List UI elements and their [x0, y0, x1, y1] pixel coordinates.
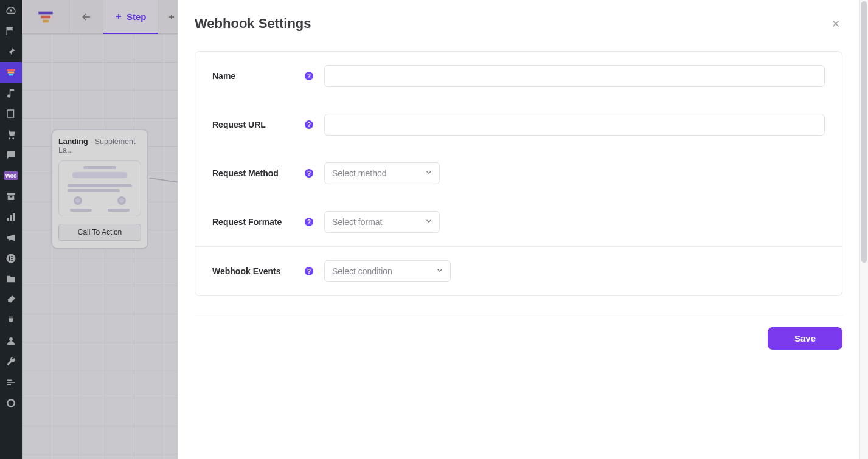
chevron-down-icon	[425, 168, 433, 179]
rail-q[interactable]	[0, 393, 22, 413]
close-icon	[830, 18, 841, 29]
help-icon[interactable]: ?	[305, 267, 313, 275]
rail-elementor[interactable]	[0, 248, 22, 269]
panel-footer: Save	[195, 316, 842, 350]
svg-rect-4	[9, 256, 10, 261]
rail-design[interactable]	[0, 289, 22, 310]
chevron-down-icon	[425, 217, 433, 227]
rail-plugins[interactable]	[0, 310, 22, 331]
svg-rect-0	[7, 69, 15, 71]
bar-chart-icon	[5, 212, 16, 223]
wrench-icon	[5, 356, 16, 367]
settings-form-section: Name ? Request URL ? Request Method ? Se…	[195, 51, 842, 296]
select-placeholder: Select condition	[332, 266, 392, 276]
save-button[interactable]: Save	[768, 327, 842, 350]
layers-icon	[5, 67, 16, 78]
rail-dashboard[interactable]	[0, 0, 22, 21]
woo-icon: Woo	[4, 171, 18, 180]
rail-marketing[interactable]	[0, 227, 22, 248]
row-webhook-events: Webhook Events ? Select condition	[195, 247, 842, 295]
label-request-format: Request Formate	[212, 217, 305, 227]
rail-archive[interactable]	[0, 186, 22, 207]
rail-funnels[interactable]	[0, 62, 22, 83]
rail-tools[interactable]	[0, 351, 22, 372]
select-placeholder: Select method	[332, 168, 387, 178]
row-name: Name ?	[195, 52, 842, 100]
page-scrollbar[interactable]	[859, 0, 868, 459]
svg-rect-6	[11, 258, 13, 259]
plug-icon	[5, 315, 16, 326]
svg-rect-2	[9, 74, 13, 75]
rail-analytics[interactable]	[0, 207, 22, 227]
svg-rect-1	[8, 72, 15, 74]
request-format-select[interactable]: Select format	[324, 211, 440, 233]
rail-woocommerce[interactable]: Woo	[0, 165, 22, 186]
folder-icon	[5, 274, 16, 285]
help-icon[interactable]: ?	[305, 218, 313, 226]
webhook-events-select[interactable]: Select condition	[324, 260, 451, 282]
help-icon[interactable]: ?	[305, 169, 313, 178]
label-name: Name	[212, 71, 305, 81]
pin-icon	[5, 46, 16, 57]
svg-rect-5	[11, 256, 13, 257]
help-icon[interactable]: ?	[305, 120, 313, 129]
panel-title: Webhook Settings	[195, 16, 311, 32]
label-webhook-events: Webhook Events	[212, 266, 305, 276]
left-icon-rail: Woo	[0, 0, 22, 459]
rail-media[interactable]	[0, 83, 22, 103]
rail-pages[interactable]	[0, 103, 22, 124]
gauge-icon	[5, 5, 16, 16]
modal-backdrop[interactable]	[22, 0, 178, 459]
svg-rect-7	[11, 260, 13, 261]
rail-comments[interactable]	[0, 145, 22, 165]
rail-pin[interactable]	[0, 41, 22, 62]
sliders-icon	[5, 377, 16, 388]
row-request-method: Request Method ? Select method	[195, 149, 842, 198]
select-placeholder: Select format	[332, 217, 382, 227]
elementor-icon	[5, 253, 16, 264]
chat-icon	[5, 150, 16, 160]
user-icon	[5, 336, 16, 347]
brush-icon	[5, 294, 16, 305]
request-url-input[interactable]	[324, 114, 825, 136]
cart-icon	[5, 129, 16, 140]
label-request-url: Request URL	[212, 120, 305, 129]
archive-icon	[5, 191, 16, 202]
megaphone-icon	[5, 232, 16, 243]
panel-header: Webhook Settings	[178, 0, 859, 44]
flag-icon	[5, 26, 16, 36]
request-method-select[interactable]: Select method	[324, 162, 440, 184]
row-request-format: Request Formate ? Select format	[195, 198, 842, 246]
rail-settings[interactable]	[0, 372, 22, 393]
name-input[interactable]	[324, 65, 825, 87]
row-request-url: Request URL ?	[195, 100, 842, 149]
rail-cart[interactable]	[0, 124, 22, 145]
book-icon	[5, 108, 16, 119]
rail-banner[interactable]	[0, 21, 22, 41]
music-icon	[5, 88, 16, 98]
webhook-settings-panel: Webhook Settings Name ? Request URL ? Re…	[178, 0, 859, 459]
q-icon	[5, 398, 16, 409]
close-button[interactable]	[829, 17, 842, 30]
label-request-method: Request Method	[212, 168, 305, 178]
scrollbar-thumb[interactable]	[861, 1, 867, 263]
help-icon[interactable]: ?	[305, 72, 313, 80]
rail-users[interactable]	[0, 331, 22, 351]
chevron-down-icon	[436, 266, 444, 277]
rail-files[interactable]	[0, 269, 22, 289]
